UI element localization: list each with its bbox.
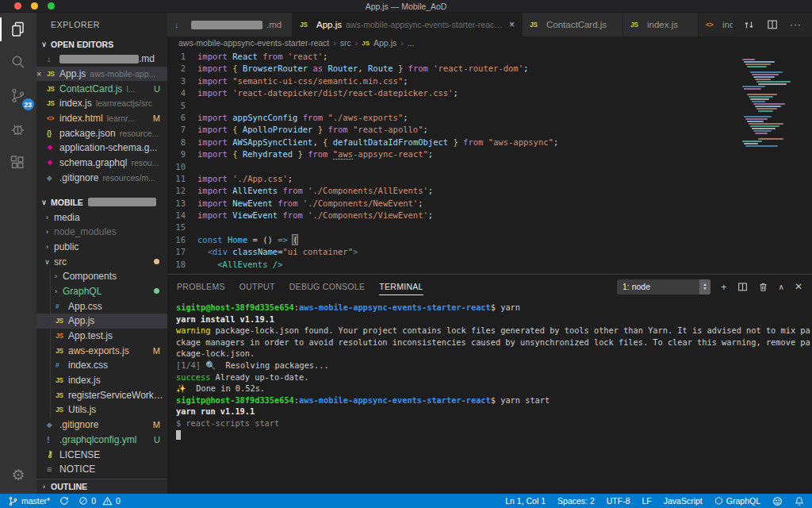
split-terminal-icon[interactable] [737,282,748,292]
tree-file[interactable]: #App.css [36,298,167,314]
folder-section-header[interactable]: ∨ MOBILE [36,194,167,210]
open-editor-item[interactable]: {}package.jsonresource... [36,125,167,140]
line-number: 2 [167,63,197,75]
panel-tab-output[interactable]: OUTPUT [239,278,275,295]
breadcrumb-item[interactable]: ... [408,38,415,48]
editor-tab[interactable]: <>ind [699,13,733,37]
open-editor-item[interactable]: JSContactCard.jsl...U [36,81,167,96]
file-label: index.html [59,113,103,124]
status-bar: master* 0 0 Ln 1, Col 1Spaces: 2UTF-8LFJ… [0,494,812,508]
panel-tab-problems[interactable]: PROBLEMS [177,278,225,295]
editor-tab[interactable]: ↓.md [167,13,293,37]
minimap-line [744,88,761,90]
breadcrumb-item[interactable]: src [340,38,351,48]
tree-file[interactable]: ≡NOTICE [36,462,167,477]
status-item-javascript[interactable]: JavaScript [664,496,703,506]
open-editor-item[interactable]: <>index.htmllearnr...M [36,111,167,126]
panel-tab-terminal[interactable]: TERMINAL [379,278,423,295]
sidebar-title: EXPLORER [36,13,167,37]
editor-tab[interactable]: JSindex.js [623,13,699,37]
close-window-button[interactable] [14,2,21,10]
status-item-spaces-2[interactable]: Spaces: 2 [557,496,595,506]
close-editor-icon[interactable]: × [36,69,47,79]
feedback-smiley-icon[interactable] [772,496,783,506]
line-number: 10 [167,161,197,173]
js-file-icon: JS [530,21,542,29]
git-branch-indicator[interactable]: master* [8,496,50,506]
minimap-line [756,81,791,83]
split-editor-icon[interactable] [767,19,778,30]
tree-folder[interactable]: ∨src [36,254,167,269]
open-editor-item[interactable]: ❖application-schema.g... [36,140,167,156]
open-editor-item[interactable]: ×JSApp.jsaws-mobile-app... [36,67,167,82]
status-item-graphql[interactable]: GraphQL [714,496,760,506]
tree-file[interactable]: JSregisterServiceWorker.js [36,387,167,402]
minimize-window-button[interactable] [31,2,38,10]
tree-file[interactable]: JSaws-exports.jsM [36,343,167,358]
code-text: import { ApolloProvider } from "react-ap… [197,124,428,136]
terminal-line: yarn run v1.19.1 [176,406,812,418]
tree-file[interactable]: !.graphqlconfig.ymlU [36,433,167,448]
minimap-line [749,123,783,125]
debug-icon[interactable] [0,113,36,146]
minimap[interactable] [741,59,785,148]
terminal[interactable]: sigitp@host-38f9d335e654:aws-mobile-apps… [167,298,812,494]
tree-file[interactable]: JSindex.js [36,373,167,388]
code-text: import { Rehydrated } from "aws-appsync-… [197,148,433,160]
tree-folder[interactable]: ›GraphQL [36,284,167,299]
status-item-utf-8[interactable]: UTF-8 [607,496,630,506]
extensions-icon[interactable] [0,146,36,179]
source-control-icon[interactable]: 23 [0,79,36,113]
tree-folder[interactable]: ›node_modules [36,225,167,240]
open-changes-icon[interactable] [743,19,755,31]
breadcrumb-item[interactable]: App.js [373,38,396,48]
tree-file[interactable]: JSUtils.js [36,402,167,418]
close-panel-icon[interactable]: ✕ [795,281,802,292]
panel-tab-debug-console[interactable]: DEBUG CONSOLE [289,278,366,295]
more-actions-icon[interactable]: ··· [790,19,802,30]
notifications-bell-icon[interactable] [795,496,804,506]
status-item-ln-1-col-1[interactable]: Ln 1, Col 1 [505,496,546,506]
explorer-sidebar: EXPLORER ∨ OPEN EDITORS ↓.md×JSApp.jsaws… [36,13,167,494]
editor-tab[interactable]: JSContactCard.js [523,13,623,37]
breadcrumb-item[interactable]: aws-mobile-appsync-events-starter-react [178,38,329,48]
sync-icon[interactable] [59,496,69,506]
zoom-window-button[interactable] [48,2,55,10]
outline-section-header[interactable]: › OUTLINE [36,479,167,494]
search-icon[interactable] [0,46,36,79]
terminal-select[interactable]: 1: node ▲▼ [617,279,710,294]
tree-file[interactable]: JSApp.test.js [36,329,167,344]
settings-gear-icon[interactable]: ⚙ [0,466,36,484]
problems-indicator[interactable]: 0 0 [79,496,121,506]
open-editors-header[interactable]: ∨ OPEN EDITORS [36,37,167,52]
tree-file[interactable]: ◆.gitignoreM [36,418,167,433]
tree-folder[interactable]: ›media [36,210,167,225]
open-editor-item[interactable]: JSindex.jslearnreactjs/src [36,96,167,111]
status-item-lf[interactable]: LF [642,496,652,506]
minimap-line [741,135,785,137]
open-editor-item[interactable]: ◆.gitignoreresources/m... [36,171,167,186]
editor-tab[interactable]: JSApp.jsaws-mobile-appsync-events-starte… [293,13,523,37]
tree-file[interactable]: JSApp.js [36,314,167,329]
tree-folder[interactable]: ›Components [36,269,167,284]
file-label: LICENSE [59,449,100,460]
open-editor-item[interactable]: ↓.md [36,52,167,67]
file-label: .gitignore [59,172,98,183]
close-tab-icon[interactable]: × [509,19,515,30]
minimap-line [758,138,783,140]
kill-terminal-icon[interactable] [758,282,768,292]
maximize-panel-icon[interactable]: ∧ [779,283,784,291]
tree-file[interactable]: ⚷LICENSE [36,447,167,462]
code-line: 2import { BrowserRouter as Router, Route… [167,63,812,75]
open-editor-item[interactable]: ❖schema.graphqlresou... [36,156,167,171]
code-line: 18 <AllEvents /> [167,259,812,271]
new-terminal-icon[interactable]: + [721,281,727,293]
tree-file[interactable]: #index.css [36,358,167,373]
tree-folder[interactable]: ›public [36,240,167,255]
code-editor[interactable]: 1import React from 'react';2import { Bro… [167,49,812,274]
line-number: 16 [167,234,197,246]
file-path: learnreactjs/src [96,98,152,108]
minimap-line [745,118,768,120]
line-number: 1 [167,51,197,63]
explorer-icon[interactable] [0,13,36,46]
